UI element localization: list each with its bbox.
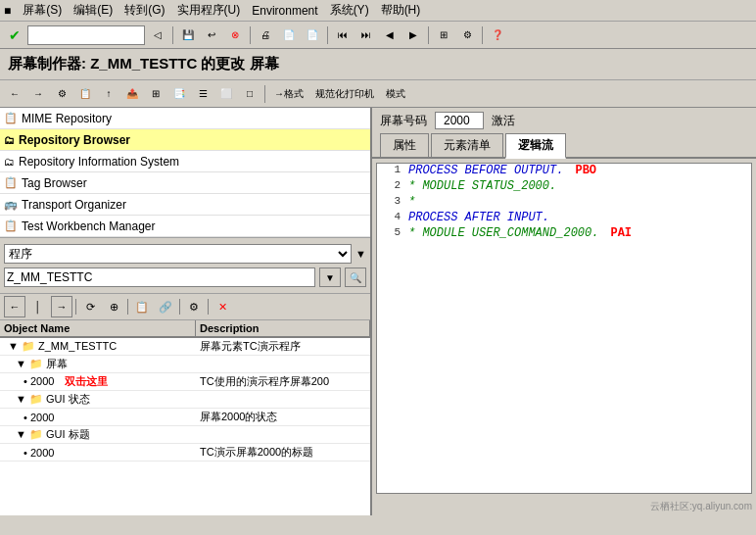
nav-item-tag-browser[interactable]: 📋 Tag Browser: [0, 172, 370, 194]
tool8[interactable]: ⬜: [215, 83, 237, 105]
secondary-toolbar: ← → ⚙ 📋 ↑ 📤 ⊞ 📑 ☰ ⬜ □ →格式 规范化打印机 模式: [0, 80, 756, 108]
tree-row[interactable]: ▼ 📁 GUI 状态: [0, 391, 370, 409]
delete-btn[interactable]: ✕: [212, 296, 233, 317]
tool3[interactable]: ↑: [98, 83, 119, 105]
format-button[interactable]: →格式: [269, 83, 308, 105]
expand-icon: ▼: [16, 428, 29, 440]
nav-item-mime[interactable]: 📋 MIME Repository: [0, 108, 370, 129]
back-button[interactable]: ◁: [147, 24, 168, 46]
tab-logic-flow[interactable]: 逻辑流: [505, 133, 566, 159]
undo-button[interactable]: ↩: [201, 24, 222, 46]
input-row: Z_MM_TESTTC ▼ 🔍: [4, 268, 366, 287]
expand-icon: ▼: [8, 340, 22, 352]
right-panel: 屏幕号码 2000 激活 属性 元素清单 逻辑流 1 PROCESS BEFOR…: [372, 108, 756, 515]
settings-button[interactable]: ⚙: [456, 24, 478, 46]
expand-btn[interactable]: ⊕: [103, 296, 124, 317]
tab-element-list[interactable]: 元素清单: [431, 133, 503, 157]
tool1[interactable]: ⚙: [51, 83, 72, 105]
repo-browser-icon: 🗂: [4, 134, 15, 146]
window-icon: ■: [4, 4, 11, 18]
leaf-icon: •: [24, 375, 30, 387]
repo-info-icon: 🗂: [4, 156, 15, 168]
object-name-input[interactable]: Z_MM_TESTTC: [4, 268, 315, 287]
page-button[interactable]: 📄: [278, 24, 300, 46]
code-text-5: * MODULE USER_COMMAND_2000.: [408, 226, 598, 240]
main-content: 📋 MIME Repository 🗂 Repository Browser 🗂…: [0, 108, 756, 515]
code-text-2: * MODULE STATUS_2000.: [408, 179, 556, 193]
tree-row[interactable]: • 2000 屏幕2000的状态: [0, 409, 370, 426]
link-btn[interactable]: 🔗: [155, 296, 176, 317]
search-btn[interactable]: 🔍: [345, 268, 366, 287]
menu-bar: ■ 屏幕(S) 编辑(E) 转到(G) 实用程序(U) Environment …: [0, 0, 756, 22]
nav1-button[interactable]: ⏮: [332, 24, 354, 46]
refresh-btn[interactable]: ⟳: [79, 296, 101, 317]
screen-num-label: 屏幕号码: [380, 113, 427, 129]
back-btn2[interactable]: ←: [4, 83, 25, 105]
nav-item-test-workbench[interactable]: 📋 Test Workbench Manager: [0, 216, 370, 237]
nav-item-repository-browser[interactable]: 🗂 Repository Browser: [0, 129, 370, 151]
nav3-button[interactable]: ◀: [379, 24, 401, 46]
nav4-button[interactable]: ▶: [402, 24, 424, 46]
nav2-button[interactable]: ⏭: [355, 24, 377, 46]
menu-item-edit[interactable]: 编辑(E): [73, 2, 113, 19]
menu-item-goto[interactable]: 转到(G): [124, 2, 165, 19]
tool4[interactable]: 📤: [121, 83, 143, 105]
menu-item-screen[interactable]: 屏幕(S): [23, 2, 62, 19]
tree-row[interactable]: • 2000 双击这里 TC使用的演示程序屏幕200: [0, 373, 370, 391]
tree-row[interactable]: ▼ 📁 屏幕: [0, 356, 370, 373]
nav-item-repo-info[interactable]: 🗂 Repository Information System: [0, 151, 370, 172]
fwd-btn2[interactable]: →: [27, 83, 49, 105]
page2-button[interactable]: 📄: [302, 24, 323, 46]
app-title: 屏幕制作器: Z_MM_TESTTC 的更改 屏幕: [0, 49, 756, 80]
left-panel: 📋 MIME Repository 🗂 Repository Browser 🗂…: [0, 108, 372, 515]
active-label: 激活: [492, 113, 515, 129]
tree-cell-name: ▼ 📁 Z_MM_TESTTC: [0, 339, 196, 354]
normalize-button[interactable]: 规范化打印机: [310, 83, 379, 105]
code-line-3: 3 *: [377, 195, 751, 211]
transport-icon: 🚌: [4, 198, 18, 211]
grid-button[interactable]: ⊞: [433, 24, 454, 46]
menu-item-environment[interactable]: Environment: [252, 4, 317, 18]
command-input[interactable]: [27, 25, 145, 45]
tab-attributes[interactable]: 属性: [380, 133, 429, 157]
nav-item-transport[interactable]: 🚌 Transport Organizer: [0, 194, 370, 216]
print-button[interactable]: 🖨: [255, 24, 276, 46]
tool6[interactable]: 📑: [168, 83, 190, 105]
fwd-tree-btn[interactable]: →: [51, 296, 72, 317]
type-dropdown[interactable]: 程序 类 函数组: [4, 244, 352, 264]
tree-header: Object Name Description: [0, 320, 370, 338]
obj-btn[interactable]: 📋: [131, 296, 153, 317]
menu-item-system[interactable]: 系统(Y): [330, 2, 369, 19]
workbench-icon: 📋: [4, 219, 18, 232]
menu-item-utilities[interactable]: 实用程序(U): [177, 2, 241, 19]
line-num-3: 3: [381, 195, 401, 207]
help-button[interactable]: ❓: [487, 24, 508, 46]
back-tree-btn[interactable]: ←: [4, 296, 25, 317]
tree-row[interactable]: • 2000 TC演示屏幕2000的标题: [0, 444, 370, 462]
mode-button[interactable]: 模式: [381, 83, 410, 105]
save-button[interactable]: 💾: [177, 24, 199, 46]
tool9[interactable]: □: [239, 83, 260, 105]
tool7[interactable]: ☰: [192, 83, 213, 105]
code-line-1: 1 PROCESS BEFORE OUTPUT. PBO: [377, 164, 751, 179]
expand-icon: ▼: [16, 358, 29, 369]
tree-cell-name: • 2000: [0, 411, 196, 424]
folder-icon: 📁: [29, 428, 46, 440]
item1-btn[interactable]: │: [27, 296, 49, 317]
stop-button[interactable]: ⊗: [224, 24, 246, 46]
code-label-pai: PAI: [610, 226, 632, 240]
tool5[interactable]: ⊞: [145, 83, 166, 105]
folder-icon: 📁: [29, 393, 46, 405]
highlight-label: 双击这里: [65, 375, 108, 387]
tree-row[interactable]: ▼ 📁 Z_MM_TESTTC 屏幕元素TC演示程序: [0, 338, 370, 356]
tree-row[interactable]: ▼ 📁 GUI 标题: [0, 426, 370, 444]
col-description: Description: [196, 320, 370, 336]
check-button[interactable]: ✔: [4, 24, 25, 46]
tool2[interactable]: 📋: [74, 83, 96, 105]
filter-btn[interactable]: ⚙: [183, 296, 205, 317]
menu-item-help[interactable]: 帮助(H): [381, 2, 421, 19]
dropdown-btn[interactable]: ▼: [319, 268, 341, 287]
tree-cell-name: • 2000: [0, 446, 196, 460]
line-num-1: 1: [381, 164, 401, 175]
main-toolbar: ✔ ◁ 💾 ↩ ⊗ 🖨 📄 📄 ⏮ ⏭ ◀ ▶ ⊞ ⚙ ❓: [0, 22, 756, 49]
